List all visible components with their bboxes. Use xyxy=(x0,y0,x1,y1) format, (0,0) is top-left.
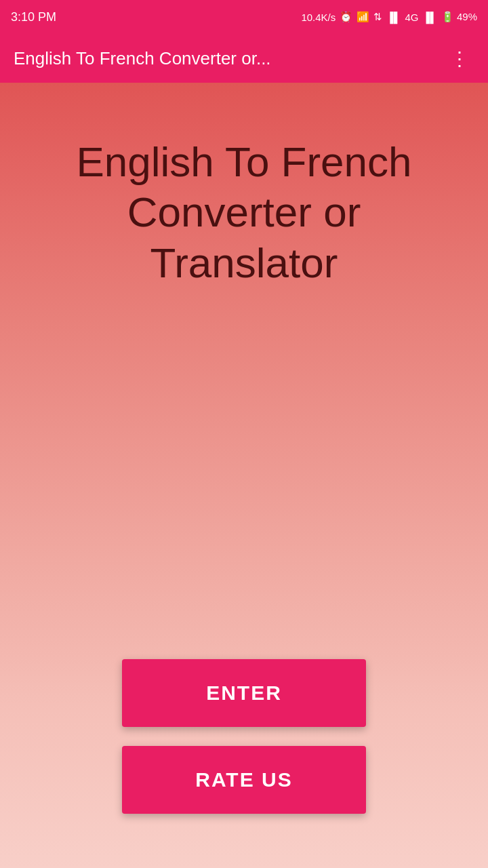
heading-line1: English To French xyxy=(76,138,411,185)
app-heading: English To French Converter or Translato… xyxy=(76,137,411,288)
app-bar: English To French Converter or... ⋮ xyxy=(0,34,488,83)
more-options-icon[interactable]: ⋮ xyxy=(445,42,474,75)
signal-icon-2: ▐▌ xyxy=(423,12,437,23)
signal-icon: ▐▌ xyxy=(386,12,401,23)
network-speed: 10.4K/s xyxy=(301,12,336,23)
heading-line3: Translator xyxy=(150,239,338,286)
battery-icon: 🔋 49% xyxy=(441,11,477,23)
alarm-icon: ⏰ xyxy=(340,11,352,23)
main-content: English To French Converter or Translato… xyxy=(0,83,488,868)
rate-us-button[interactable]: RATE US xyxy=(122,746,366,814)
buttons-container: ENTER RATE US xyxy=(27,659,461,814)
network-type-label: 4G xyxy=(405,12,419,23)
enter-button[interactable]: ENTER xyxy=(122,659,366,727)
wifi-icon: 📶 xyxy=(357,11,369,23)
data-arrows-icon: ⇅ xyxy=(373,11,382,23)
app-bar-title: English To French Converter or... xyxy=(14,48,445,69)
status-bar: 3:10 PM 10.4K/s ⏰ 📶 ⇅ ▐▌ 4G ▐▌ 🔋 49% xyxy=(0,0,488,34)
status-time: 3:10 PM xyxy=(11,10,56,24)
status-icons: 10.4K/s ⏰ 📶 ⇅ ▐▌ 4G ▐▌ 🔋 49% xyxy=(301,11,477,23)
heading-line2: Converter or xyxy=(127,189,361,235)
